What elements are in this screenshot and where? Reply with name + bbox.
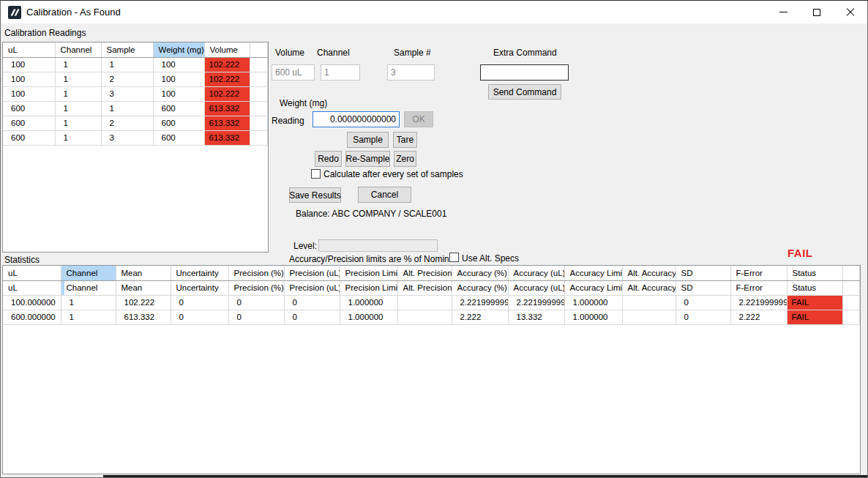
cell-channel[interactable]: 1 (61, 310, 116, 324)
readings-row[interactable]: 100 1 1 100 102.222 (3, 57, 268, 72)
cell-weight[interactable]: 100 (153, 86, 204, 101)
readings-row[interactable]: 100 1 3 100 102.222 (3, 86, 268, 101)
cell-channel[interactable]: 1 (55, 86, 101, 101)
cell-accuracy-ul[interactable]: 13.332 (508, 310, 564, 324)
cell-sd[interactable]: 0 (676, 310, 730, 324)
cell-channel[interactable]: 1 (55, 101, 101, 116)
cell-channel[interactable]: 1 (55, 72, 101, 86)
cell-ul[interactable]: uL (3, 280, 61, 295)
cell-weight[interactable]: 600 (153, 116, 204, 130)
calculate-checkbox[interactable] (311, 169, 321, 179)
stats-col-accuracy-pct[interactable]: Accuracy (%) (452, 266, 508, 280)
cell-mean[interactable]: Mean (116, 280, 171, 295)
readings-row[interactable]: 100 1 2 100 102.222 (3, 72, 268, 86)
cancel-button[interactable]: Cancel (358, 187, 411, 203)
level-input[interactable] (318, 239, 438, 252)
cell-sample[interactable]: 1 (101, 57, 153, 72)
cell-ul[interactable]: 600 (3, 101, 55, 116)
cell-alt-precision[interactable] (397, 295, 452, 310)
volume-input[interactable] (272, 64, 315, 81)
cell-weight[interactable]: 100 (153, 57, 204, 72)
cell-status-fail[interactable]: FAIL (787, 310, 842, 324)
alt-specs-checkbox[interactable] (449, 253, 459, 262)
cell-precision-ul[interactable]: Precision (uL) (284, 280, 340, 295)
stats-col-alt-accuracy[interactable]: Alt. Accuracy (622, 266, 676, 280)
close-button[interactable] (834, 1, 867, 23)
readings-col-sample[interactable]: Sample (101, 42, 153, 57)
cell-precision-ul[interactable]: 0 (284, 295, 340, 310)
readings-row[interactable]: 600 1 1 600 613.332 (3, 101, 268, 116)
cell-channel[interactable]: 1 (55, 130, 101, 145)
cell-accuracy-limit[interactable]: 1.000000 (564, 295, 622, 310)
cell-volume-fail[interactable]: 102.222 (204, 57, 250, 72)
cell-volume-fail[interactable]: 102.222 (204, 86, 250, 101)
send-command-button[interactable]: Send Command (488, 84, 561, 100)
cell-ul[interactable]: 600 (3, 130, 55, 145)
cell-accuracy-pct[interactable]: 2.2219999999 (452, 295, 508, 310)
cell-sample[interactable]: 2 (101, 72, 153, 86)
cell-precision-pct[interactable]: 0 (228, 310, 284, 324)
cell-mean[interactable]: 613.332 (116, 310, 171, 324)
stats-col-accuracy-limit[interactable]: Accuracy Limit (564, 266, 622, 280)
cell-alt-accuracy[interactable] (622, 295, 676, 310)
sample-number-input[interactable] (387, 64, 435, 81)
cell-precision-pct[interactable]: Precision (%) (228, 280, 284, 295)
cell-channel[interactable]: 1 (55, 57, 101, 72)
cell-ul[interactable]: 600 (3, 116, 55, 130)
cell-ul[interactable]: 100 (3, 57, 55, 72)
stats-col-accuracy-ul[interactable]: Accuracy (uL) (508, 266, 564, 280)
cell-status[interactable]: Status (787, 280, 842, 295)
stats-col-ul[interactable]: uL (3, 266, 61, 280)
zero-button[interactable]: Zero (394, 151, 416, 167)
cell-channel[interactable]: 1 (55, 116, 101, 130)
stats-col-mean[interactable]: Mean (116, 266, 171, 280)
cell-weight[interactable]: 600 (153, 130, 204, 145)
readings-col-channel[interactable]: Channel (55, 42, 101, 57)
statistics-row[interactable]: 600.000000 1 613.332 0 0 0 1.000000 2.22… (3, 310, 860, 324)
cell-status-fail[interactable]: FAIL (787, 295, 842, 310)
minimize-button[interactable] (766, 1, 800, 23)
cell-volume-fail[interactable]: 613.332 (204, 130, 250, 145)
readings-col-volume[interactable]: Volume (204, 42, 250, 57)
cell-sd[interactable]: SD (676, 280, 730, 295)
stats-col-status[interactable]: Status (787, 266, 842, 280)
stats-col-channel[interactable]: Channel (61, 266, 116, 280)
save-results-button[interactable]: Save Results (289, 187, 341, 203)
readings-row[interactable]: 600 1 2 600 613.332 (3, 116, 268, 130)
stats-col-ferror[interactable]: F-Error (730, 266, 787, 280)
cell-mean[interactable]: 102.222 (116, 295, 171, 310)
cell-precision-limit[interactable]: 1.000000 (340, 310, 397, 324)
cell-precision-limit[interactable]: 1.000000 (340, 295, 397, 310)
stats-col-sd[interactable]: SD (676, 266, 730, 280)
stats-col-alt-precision[interactable]: Alt. Precision (397, 266, 452, 280)
ok-button[interactable]: OK (404, 111, 433, 127)
cell-ul[interactable]: 100 (3, 86, 55, 101)
cell-uncertainty[interactable]: 0 (171, 295, 228, 310)
readings-row[interactable]: 600 1 3 600 613.332 (3, 130, 268, 145)
cell-accuracy-ul[interactable]: 2.2219999999 (508, 295, 564, 310)
cell-sample[interactable]: 3 (101, 130, 153, 145)
cell-sd[interactable]: 0 (676, 295, 730, 310)
cell-volume-fail[interactable]: 613.332 (204, 116, 250, 130)
maximize-button[interactable] (800, 1, 834, 23)
cell-ferror[interactable]: 2.222 (730, 310, 787, 324)
statistics-row[interactable]: 100.000000 1 102.222 0 0 0 1.000000 2.22… (3, 295, 860, 310)
cell-channel[interactable]: 1 (61, 295, 116, 310)
reading-input[interactable] (313, 111, 400, 127)
sample-button[interactable]: Sample (347, 132, 389, 148)
cell-accuracy-ul[interactable]: Accuracy (uL) (508, 280, 564, 295)
cell-ferror[interactable]: F-Error (730, 280, 787, 295)
stats-col-precision-ul[interactable]: Precision (uL) (284, 266, 340, 280)
cell-ul[interactable]: 100.000000 (3, 295, 61, 310)
cell-accuracy-limit[interactable]: Accuracy Limit (564, 280, 622, 295)
statistics-header-repeat-row[interactable]: uL Channel Mean Uncertainty Precision (%… (3, 280, 860, 295)
extra-command-input[interactable] (480, 64, 569, 81)
cell-alt-accuracy[interactable]: Alt. Accuracy (622, 280, 676, 295)
cell-volume-fail[interactable]: 613.332 (204, 101, 250, 116)
stats-col-precision-limit[interactable]: Precision Limit (340, 266, 397, 280)
cell-uncertainty[interactable]: Uncertainty (171, 280, 228, 295)
cell-ul[interactable]: 600.000000 (3, 310, 61, 324)
cell-sample[interactable]: 2 (101, 116, 153, 130)
channel-input[interactable] (321, 64, 360, 81)
cell-precision-pct[interactable]: 0 (228, 295, 284, 310)
